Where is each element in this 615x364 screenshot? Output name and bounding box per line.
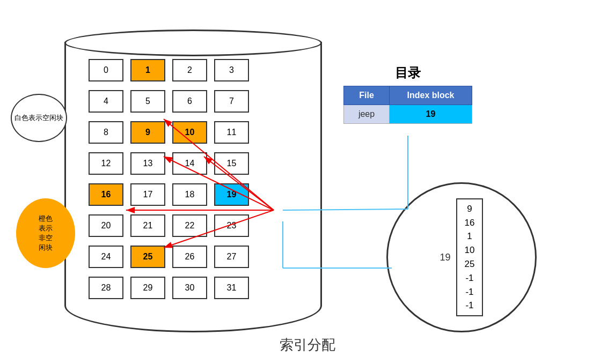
zoom-value: 9 — [467, 203, 472, 216]
directory-section: 目录 File Index block jeep 19 — [343, 64, 472, 124]
zoom-value: 10 — [465, 244, 475, 257]
directory-table: File Index block jeep 19 — [343, 86, 472, 124]
block-3: 3 — [214, 59, 249, 81]
block-5: 5 — [130, 90, 165, 113]
blocks-grid: 0123456789101112131415161718192021222324… — [89, 59, 252, 303]
white-block-legend: 白色表示空闲块 — [11, 94, 67, 142]
block-20: 20 — [89, 214, 123, 237]
page-title: 索引分配 — [280, 336, 335, 354]
block-26: 26 — [172, 246, 207, 268]
directory-title: 目录 — [343, 64, 472, 81]
block-24: 24 — [89, 246, 123, 268]
block-30: 30 — [172, 277, 207, 299]
block-14: 14 — [172, 152, 207, 175]
block-28: 28 — [89, 277, 123, 299]
zoom-box: 91611025-1-1-1 — [456, 198, 484, 316]
zoom-circle: 19 91611025-1-1-1 — [386, 182, 537, 332]
block-11: 11 — [214, 121, 249, 144]
zoom-value: 16 — [465, 217, 475, 229]
block-22: 22 — [172, 214, 207, 237]
dir-row-index: 19 — [390, 105, 472, 124]
block-0: 0 — [89, 59, 123, 81]
block-18: 18 — [172, 183, 207, 206]
block-4: 4 — [89, 90, 123, 113]
block-6: 6 — [172, 90, 207, 113]
block-2: 2 — [172, 59, 207, 81]
block-12: 12 — [89, 152, 123, 175]
zoom-value: 1 — [467, 230, 472, 243]
orange-block-legend: 橙色 表示 非空 闲块 — [16, 198, 75, 268]
block-23: 23 — [214, 214, 249, 237]
dir-header-file: File — [344, 86, 390, 105]
block-15: 15 — [214, 152, 249, 175]
block-29: 29 — [130, 277, 165, 299]
zoom-value: -1 — [465, 286, 473, 299]
block-21: 21 — [130, 214, 165, 237]
block-25: 25 — [130, 246, 165, 268]
block-9: 9 — [130, 121, 165, 144]
cylinder-top — [64, 29, 322, 56]
block-8: 8 — [89, 121, 123, 144]
block-31: 31 — [214, 277, 249, 299]
block-10: 10 — [172, 121, 207, 144]
zoom-value: 25 — [465, 258, 475, 271]
block-1: 1 — [130, 59, 165, 81]
block-13: 13 — [130, 152, 165, 175]
dir-header-index: Index block — [390, 86, 472, 105]
zoom-value: -1 — [465, 299, 473, 312]
zoom-inner: 19 91611025-1-1-1 — [440, 198, 484, 316]
dir-row-file: jeep — [344, 105, 390, 124]
block-7: 7 — [214, 90, 249, 113]
zoom-value: -1 — [465, 272, 473, 285]
block-27: 27 — [214, 246, 249, 268]
zoom-block-num: 19 — [440, 252, 451, 263]
block-16: 16 — [89, 183, 123, 206]
block-19: 19 — [214, 183, 249, 206]
block-17: 17 — [130, 183, 165, 206]
